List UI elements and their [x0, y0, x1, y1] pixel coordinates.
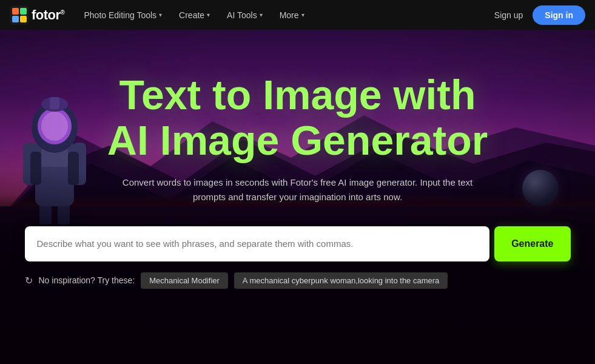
svg-rect-3	[12, 16, 19, 22]
fotor-logo-icon	[10, 5, 29, 25]
hero-title-line2: AI Image Generator	[107, 117, 488, 163]
logo[interactable]: fotor®	[10, 5, 64, 25]
refresh-icon[interactable]: ↻	[25, 275, 33, 286]
inspiration-row: ↻ No inspiration? Try these: Mechanical …	[25, 272, 571, 289]
search-input-wrapper	[25, 226, 490, 261]
logo-text: fotor®	[32, 7, 64, 23]
search-container: Generate	[25, 226, 571, 261]
chevron-down-icon: ▾	[159, 12, 162, 18]
hero-subtitle: Convert words to images in seconds with …	[122, 175, 474, 204]
nav-item-ai-tools[interactable]: AI Tools ▾	[220, 7, 270, 24]
hero-section: Text to Image with AI Image Generator Co…	[0, 30, 595, 364]
signup-button[interactable]: Sign up	[487, 7, 530, 24]
navbar: fotor® Photo Editing Tools ▾ Create ▾ AI…	[0, 0, 595, 30]
nav-item-more[interactable]: More ▾	[272, 7, 312, 24]
nav-label-photo-editing: Photo Editing Tools	[84, 10, 156, 20]
generate-button[interactable]: Generate	[494, 226, 570, 261]
nav-label-ai-tools: AI Tools	[227, 10, 257, 20]
hero-title: Text to Image with AI Image Generator	[83, 72, 512, 163]
svg-rect-2	[20, 8, 27, 15]
chevron-down-icon: ▾	[260, 12, 263, 18]
nav-label-create: Create	[179, 10, 204, 20]
inspiration-label: No inspiration? Try these:	[39, 275, 135, 285]
hero-content: Text to Image with AI Image Generator Co…	[0, 30, 595, 289]
nav-label-more: More	[280, 10, 299, 20]
tag-button-1[interactable]: Mechanical Modifier	[141, 272, 228, 289]
logo-sup: ®	[61, 8, 65, 15]
svg-rect-4	[20, 16, 27, 22]
prompt-input[interactable]	[37, 238, 478, 249]
nav-item-create[interactable]: Create ▾	[172, 7, 217, 24]
svg-rect-1	[12, 8, 19, 15]
signin-button[interactable]: Sign in	[533, 5, 585, 25]
chevron-down-icon: ▾	[301, 12, 304, 18]
tag-button-2[interactable]: A mechanical cyberpunk woman,looking int…	[234, 272, 448, 289]
chevron-down-icon: ▾	[207, 12, 210, 18]
hero-title-line1: Text to Image with	[119, 72, 476, 118]
nav-item-photo-editing[interactable]: Photo Editing Tools ▾	[76, 7, 169, 24]
